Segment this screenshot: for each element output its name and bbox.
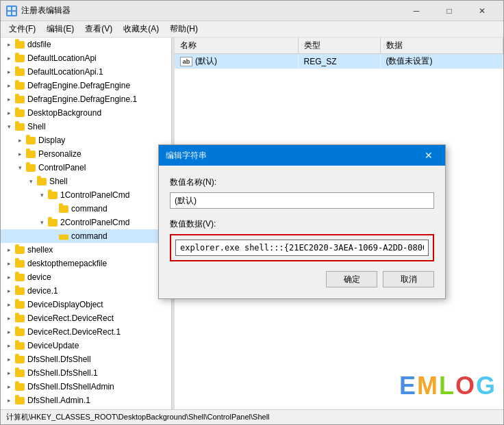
tree-item-DeviceDisplayObject[interactable]: ▸DeviceDisplayObject <box>1 298 171 311</box>
expand-arrow[interactable]: ▸ <box>3 258 14 269</box>
minimize-button[interactable]: ─ <box>401 1 432 21</box>
tree-item-command2[interactable]: command <box>1 229 171 243</box>
dialog-title-text: 编辑字符串 <box>166 150 419 162</box>
expand-arrow[interactable]: ▸ <box>3 326 14 337</box>
name-input[interactable] <box>170 192 434 209</box>
wm-letter-g: G <box>476 372 496 400</box>
tree-item-device[interactable]: ▸device <box>1 270 171 284</box>
expand-arrow[interactable]: ▸ <box>3 272 14 283</box>
menu-bar: 文件(F) 编辑(E) 查看(V) 收藏夹(A) 帮助(H) <box>1 21 503 38</box>
folder-icon <box>58 204 69 214</box>
expand-arrow[interactable]: ▸ <box>3 313 14 324</box>
cell-type: REG_SZ <box>298 54 380 69</box>
tree-item-shellex[interactable]: ▸shellex <box>1 243 171 257</box>
expand-arrow[interactable]: ▸ <box>14 135 25 146</box>
expand-arrow[interactable]: ▸ <box>3 368 14 378</box>
tree-item-ControlPanel[interactable]: ▾ControlPanel <box>1 161 171 175</box>
status-text: 计算机\HKEY_CLASSES_ROOT\DesktopBackground\… <box>6 412 270 422</box>
cancel-button[interactable]: 取消 <box>383 271 434 287</box>
expand-arrow[interactable]: ▸ <box>3 107 14 118</box>
maximize-button[interactable]: □ <box>433 1 465 21</box>
tree-item-device1[interactable]: ▸device.1 <box>1 284 171 298</box>
tree-item-ddsfile[interactable]: ▸ddsfile <box>1 38 171 51</box>
watermark: E M L O G <box>399 372 496 400</box>
folder-icon <box>25 149 36 159</box>
reg-type-icon: ab <box>180 57 192 66</box>
menu-file[interactable]: 文件(F) <box>3 22 41 36</box>
tree-item-DfsShellAdmin1[interactable]: ▸DfsShell.Admin.1 <box>1 394 171 407</box>
folder-icon <box>14 396 25 405</box>
folder-icon <box>47 190 58 200</box>
tree-item-DefragEngine1[interactable]: ▸DefragEngine.DefragEngine.1 <box>1 92 171 106</box>
tree-item-label: Shell <box>27 122 46 131</box>
folder-icon <box>14 327 25 337</box>
folder-icon <box>47 218 58 227</box>
expand-arrow[interactable]: ▸ <box>3 285 14 296</box>
tree-item-command1[interactable]: command <box>1 202 171 216</box>
expand-arrow[interactable]: ▸ <box>3 340 14 351</box>
main-window: 注册表编辑器 ─ □ ✕ 文件(F) 编辑(E) 查看(V) 收藏夹(A) 帮助… <box>0 0 504 425</box>
svg-rect-0 <box>8 7 11 10</box>
tree-item-label: 1ControlPanelCmd <box>60 190 129 200</box>
expand-arrow[interactable]: ▸ <box>3 39 14 50</box>
tree-item-DfsShellDfsShellAdmin[interactable]: ▸DfsShell.DfsShellAdmin <box>1 380 171 394</box>
expand-arrow[interactable]: ▸ <box>3 244 14 255</box>
dialog-close-button[interactable]: ✕ <box>419 146 438 165</box>
expand-arrow[interactable] <box>47 231 58 242</box>
svg-rect-2 <box>8 12 11 15</box>
tree-panel[interactable]: ▸ddsfile▸DefaultLocationApi▸DefaultLocat… <box>1 38 172 409</box>
tree-item-DefaultLocationApi1[interactable]: ▸DefaultLocationApi.1 <box>1 65 171 79</box>
dialog-buttons: 确定 取消 <box>170 271 434 287</box>
data-section <box>170 234 434 261</box>
tree-item-Personalize[interactable]: ▸Personalize <box>1 147 171 161</box>
expand-arrow[interactable]: ▸ <box>3 381 14 392</box>
cell-name: ab(默认) <box>175 54 298 69</box>
tree-item-label: DefragEngine.DefragEngine.1 <box>27 94 137 104</box>
tree-item-Shell[interactable]: ▾Shell <box>1 120 171 133</box>
expand-arrow[interactable]: ▾ <box>25 176 36 187</box>
folder-icon <box>14 259 25 268</box>
tree-item-label: desktopthemepackfile <box>27 259 107 268</box>
tree-item-DesktopBackground[interactable]: ▸DesktopBackground <box>1 106 171 120</box>
tree-item-label: DeviceUpdate <box>27 341 79 350</box>
tree-item-ShellSub[interactable]: ▾Shell <box>1 175 171 188</box>
tree-item-DefragEngine[interactable]: ▸DefragEngine.DefragEngine <box>1 79 171 92</box>
expand-arrow[interactable]: ▾ <box>3 121 14 132</box>
tree-item-DeviceUpdate[interactable]: ▸DeviceUpdate <box>1 339 171 352</box>
menu-favorites[interactable]: 收藏夹(A) <box>118 22 164 36</box>
folder-icon <box>14 245 25 255</box>
menu-edit[interactable]: 编辑(E) <box>41 22 79 36</box>
tree-item-label: DeviceRect.DeviceRect <box>27 313 114 323</box>
tree-item-DefaultLocationApi[interactable]: ▸DefaultLocationApi <box>1 51 171 65</box>
expand-arrow[interactable]: ▾ <box>14 162 25 173</box>
expand-arrow[interactable]: ▸ <box>3 53 14 64</box>
tree-item-DfsShellDfsShell[interactable]: ▸DfsShell.DfsShell <box>1 352 171 366</box>
expand-arrow[interactable]: ▸ <box>3 66 14 77</box>
expand-arrow[interactable]: ▸ <box>3 354 14 365</box>
tree-item-DfsShellDfsShell1[interactable]: ▸DfsShell.DfsShell.1 <box>1 366 171 380</box>
folder-icon <box>36 177 47 186</box>
tree-item-DeviceRectDeviceRect[interactable]: ▸DeviceRect.DeviceRect <box>1 311 171 325</box>
expand-arrow[interactable]: ▸ <box>3 395 14 406</box>
app-icon <box>6 5 17 16</box>
table-row[interactable]: ab(默认)REG_SZ(数值未设置) <box>175 54 503 69</box>
expand-arrow[interactable]: ▸ <box>3 94 14 105</box>
expand-arrow[interactable] <box>47 203 58 214</box>
expand-arrow[interactable]: ▸ <box>3 299 14 310</box>
expand-arrow[interactable]: ▾ <box>36 217 47 228</box>
ok-button[interactable]: 确定 <box>326 271 377 287</box>
expand-arrow[interactable]: ▾ <box>36 190 47 201</box>
menu-help[interactable]: 帮助(H) <box>164 22 203 36</box>
menu-view[interactable]: 查看(V) <box>79 22 118 36</box>
close-button[interactable]: ✕ <box>466 1 498 21</box>
tree-item-label: 2ControlPanelCmd <box>60 218 129 227</box>
data-input[interactable] <box>175 240 429 256</box>
expand-arrow[interactable]: ▸ <box>3 80 14 91</box>
tree-item-desktopthemepackfile[interactable]: ▸desktopthemepackfile <box>1 257 171 270</box>
tree-item-2ControlPanelCmd[interactable]: ▾2ControlPanelCmd <box>1 216 171 229</box>
expand-arrow[interactable]: ▸ <box>14 149 25 159</box>
wm-letter-m: M <box>417 372 439 400</box>
tree-item-1ControlPanelCmd[interactable]: ▾1ControlPanelCmd <box>1 188 171 202</box>
tree-item-Display[interactable]: ▸Display <box>1 133 171 147</box>
tree-item-DeviceRectDeviceRect1[interactable]: ▸DeviceRect.DeviceRect.1 <box>1 325 171 339</box>
